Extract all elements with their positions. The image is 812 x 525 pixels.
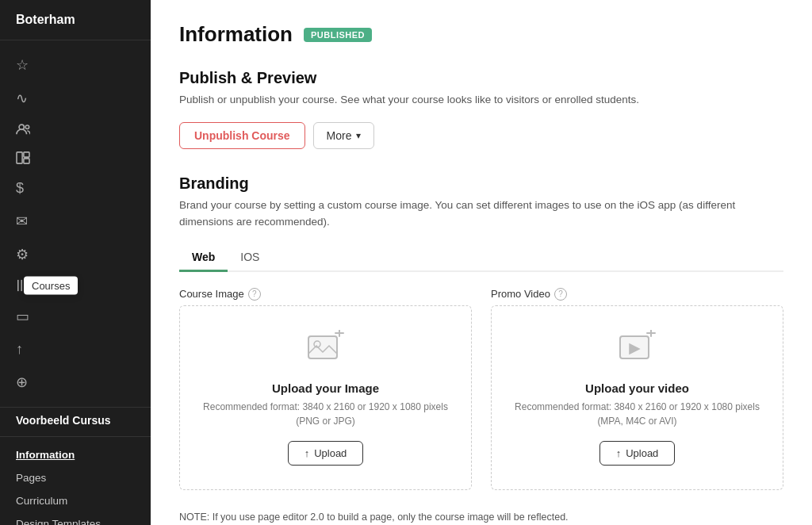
- publish-section-title: Publish & Preview: [179, 69, 783, 87]
- promo-video-section: Promo Video ? Upload your video Recommen…: [491, 288, 783, 490]
- course-image-label: Course Image ?: [179, 288, 472, 301]
- promo-video-upload-title: Upload your video: [585, 381, 689, 395]
- course-image-upload-title: Upload your Image: [272, 381, 379, 395]
- video-placeholder-icon: [619, 330, 657, 372]
- course-image-help-icon[interactable]: ?: [248, 288, 261, 301]
- sidebar-icon-settings[interactable]: ⚙: [0, 238, 151, 271]
- svg-rect-2: [17, 152, 22, 163]
- publish-section-desc: Publish or unpublish your course. See wh…: [179, 92, 783, 108]
- sidebar-icon-dollar[interactable]: $: [0, 172, 151, 205]
- sidebar-icon-library[interactable]: Courses: [0, 271, 151, 300]
- course-image-upload-button[interactable]: ↑ Upload: [288, 441, 364, 466]
- sidebar: Boterham ☆ ∿ $ ✉ ⚙: [0, 0, 151, 525]
- branding-section: Branding Brand your course by setting a …: [179, 174, 783, 525]
- tab-web[interactable]: Web: [179, 244, 228, 272]
- promo-video-label: Promo Video ?: [491, 288, 783, 301]
- tab-ios[interactable]: IOS: [228, 244, 272, 272]
- sidebar-icon-layout[interactable]: [0, 144, 151, 172]
- note-line1: NOTE: If you use page editor 2.0 to buil…: [179, 509, 783, 525]
- sidebar-item-curriculum[interactable]: Curriculum: [0, 489, 151, 512]
- course-image-section: Course Image ? Upload your Image: [179, 288, 472, 490]
- courses-tooltip: Courses: [24, 277, 78, 295]
- upload-arrow-icon: ↑: [304, 447, 310, 459]
- upload-arrow-icon-video: ↑: [616, 447, 622, 459]
- sidebar-icon-users[interactable]: [0, 115, 151, 144]
- upload-grid: Course Image ? Upload your Image: [179, 288, 783, 490]
- main-content: Information PUBLISHED Publish & Preview …: [151, 0, 812, 525]
- svg-point-1: [25, 125, 29, 129]
- course-image-upload-desc: Recommended format: 3840 x 2160 or 1920 …: [196, 400, 455, 428]
- sidebar-icon-analytics[interactable]: ∿: [0, 82, 151, 115]
- more-label: More: [327, 129, 352, 142]
- sidebar-icon-calendar[interactable]: ▭: [0, 300, 151, 333]
- brand-logo: Boterham: [0, 0, 151, 40]
- publish-section: Publish & Preview Publish or unpublish y…: [179, 69, 783, 149]
- published-badge: PUBLISHED: [304, 28, 372, 42]
- chevron-down-icon: ▾: [356, 130, 361, 141]
- sidebar-icon-integrations[interactable]: ⊕: [0, 366, 151, 399]
- promo-video-help-icon[interactable]: ?: [554, 288, 567, 301]
- sidebar-icon-mail[interactable]: ✉: [0, 205, 151, 238]
- promo-video-upload-desc: Recommended format: 3840 x 2160 or 1920 …: [508, 400, 767, 428]
- branding-section-desc: Brand your course by setting a custom co…: [179, 197, 783, 230]
- page-header: Information PUBLISHED: [179, 22, 783, 47]
- course-image-upload-box[interactable]: Upload your Image Recommended format: 38…: [179, 305, 472, 490]
- promo-video-upload-box[interactable]: Upload your video Recommended format: 38…: [491, 305, 783, 490]
- sidebar-item-design-templates[interactable]: Design Templates: [0, 512, 151, 525]
- sidebar-item-pages[interactable]: Pages: [0, 466, 151, 489]
- promo-video-upload-button[interactable]: ↑ Upload: [599, 441, 676, 466]
- image-placeholder-icon: [307, 330, 345, 372]
- branding-tabs: Web IOS: [179, 244, 783, 272]
- svg-rect-4: [24, 159, 29, 163]
- note-block: NOTE: If you use page editor 2.0 to buil…: [179, 509, 783, 525]
- unpublish-course-button[interactable]: Unpublish Course: [179, 122, 305, 149]
- sidebar-icon-star[interactable]: ☆: [0, 48, 151, 82]
- sidebar-icon-upload[interactable]: ↑: [0, 333, 151, 366]
- page-title: Information: [179, 22, 293, 47]
- publish-btn-row: Unpublish Course More ▾: [179, 122, 783, 149]
- sidebar-item-information[interactable]: Information: [0, 443, 151, 466]
- svg-rect-8: [308, 336, 337, 358]
- course-name: Voorbeeld Cursus: [0, 408, 151, 437]
- svg-rect-3: [24, 152, 29, 157]
- branding-section-title: Branding: [179, 174, 783, 193]
- more-button[interactable]: More ▾: [313, 122, 375, 149]
- sidebar-icon-list: ☆ ∿ $ ✉ ⚙ Cours: [0, 40, 151, 408]
- sidebar-nav: Information Pages Curriculum Design Temp…: [0, 437, 151, 525]
